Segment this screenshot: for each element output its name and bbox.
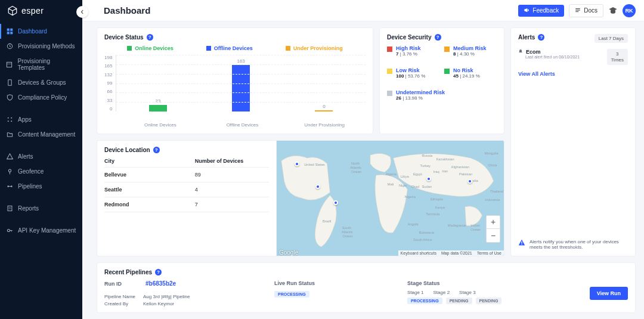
map[interactable]: United States NorthAtlanticOcean Brazil … xyxy=(276,140,504,256)
help-icon[interactable]: ? xyxy=(435,34,441,41)
map-provider-logo: Google xyxy=(279,249,298,256)
svg-text:Brazil: Brazil xyxy=(323,219,331,223)
recent-pipelines-title: Recent Pipelines xyxy=(104,269,152,275)
svg-rect-16 xyxy=(8,206,12,210)
device-status-title: Device Status xyxy=(104,34,144,41)
svg-text:Indian: Indian xyxy=(470,224,480,227)
legend-provisioning[interactable]: Under Provisioning xyxy=(286,45,343,51)
device-security-card: Device Security ? High Risk7 | 3.76 %Med… xyxy=(379,27,504,134)
svg-text:Madagascar: Madagascar xyxy=(448,224,467,227)
svg-rect-24 xyxy=(575,11,578,11)
feedback-button[interactable]: Feedback xyxy=(518,5,564,17)
svg-point-10 xyxy=(7,120,8,122)
sidebar-item-geofence[interactable]: Geofence xyxy=(0,164,82,179)
sidebar-item-reports[interactable]: Reports xyxy=(0,201,82,216)
legend-online[interactable]: Online Devices xyxy=(127,45,174,51)
svg-point-13 xyxy=(7,185,9,187)
svg-text:Angola: Angola xyxy=(407,222,419,226)
help-icon[interactable]: ? xyxy=(538,34,544,41)
view-all-alerts-link[interactable]: View All Alerts xyxy=(518,71,628,77)
logo-icon xyxy=(7,5,18,16)
risk-color-icon xyxy=(444,69,450,74)
sidebar-item-api-key-management[interactable]: API Key Management xyxy=(0,223,82,238)
svg-text:Mali: Mali xyxy=(388,182,394,186)
svg-rect-0 xyxy=(7,29,9,31)
legend-offline[interactable]: Offline Devices xyxy=(206,45,253,51)
device-status-card: Device Status ? Online Devices Offline D… xyxy=(97,27,373,134)
sidebar-collapse-button[interactable] xyxy=(76,6,88,18)
sidebar-item-compliance-policy[interactable]: Compliance Policy xyxy=(0,90,82,105)
brand-logo[interactable]: esper xyxy=(0,0,82,21)
page-title: Dashboard xyxy=(104,5,150,16)
svg-rect-1 xyxy=(10,29,13,31)
svg-text:Turkey: Turkey xyxy=(420,164,431,168)
view-run-button[interactable]: View Run xyxy=(590,287,628,300)
svg-text:Iraq: Iraq xyxy=(434,170,439,174)
sidebar-item-devices-groups[interactable]: Devices & Groups xyxy=(0,75,82,90)
svg-text:China: China xyxy=(488,163,497,167)
api-key-icon xyxy=(6,227,13,234)
map-zoom-controls: + − xyxy=(486,215,500,243)
devices-icon xyxy=(6,79,13,86)
help-icon[interactable]: ? xyxy=(147,34,153,41)
run-id-value[interactable]: #b6835b2e xyxy=(145,280,176,287)
svg-point-9 xyxy=(11,117,12,119)
zoom-out-button[interactable]: − xyxy=(487,229,500,242)
alert-item[interactable]: Ecom Last alert fired on 08/10/2021 3 Ti… xyxy=(518,49,628,65)
svg-text:Egypt: Egypt xyxy=(413,172,422,176)
svg-text:Russia: Russia xyxy=(422,154,432,157)
svg-rect-26 xyxy=(521,244,522,244)
help-icon[interactable]: ? xyxy=(153,147,160,153)
risk-undetermined-risk[interactable]: Undetermined Risk26 | 13.98 % xyxy=(387,89,497,101)
location-row[interactable]: Seattle4 xyxy=(104,182,269,197)
sidebar-item-pipelines[interactable]: Pipelines xyxy=(0,179,82,194)
risk-low-risk[interactable]: Low Risk100 | 53.76 % xyxy=(387,67,439,79)
alerts-period[interactable]: Last 7 Days xyxy=(595,34,628,43)
svg-text:Atlantic: Atlantic xyxy=(342,230,353,234)
info-icon xyxy=(518,239,525,247)
svg-point-11 xyxy=(11,120,12,122)
svg-text:Ocean: Ocean xyxy=(351,170,361,174)
svg-text:Botswana: Botswana xyxy=(419,231,435,234)
svg-text:Thailand: Thailand xyxy=(490,190,503,193)
alert-count: 3 Times xyxy=(607,49,628,65)
apps-icon xyxy=(6,116,13,123)
svg-text:Mongolia: Mongolia xyxy=(484,151,499,155)
alerts-footer-text: Alerts notify you when one of your devic… xyxy=(530,239,628,250)
sidebar-item-provisioning-methods[interactable]: Provisioning Methods xyxy=(0,39,82,54)
stage-tag: PENDING xyxy=(446,298,472,304)
risk-high-risk[interactable]: High Risk7 | 3.76 % xyxy=(387,45,439,57)
help-icon[interactable]: ? xyxy=(155,269,162,275)
map-attribution: Keyboard shortcuts Map data ©2021 Terms … xyxy=(398,250,504,256)
topbar: Dashboard Feedback Docs RK xyxy=(82,0,644,21)
location-row[interactable]: Bellevue89 xyxy=(104,168,269,182)
alerts-icon xyxy=(6,153,13,160)
sidebar-item-alerts[interactable]: Alerts xyxy=(0,149,82,164)
zoom-in-button[interactable]: + xyxy=(487,216,500,229)
recent-pipelines-card: Recent Pipelines ? Run ID #b6835b2e Pipe… xyxy=(97,262,636,313)
alerts-title: Alerts xyxy=(518,34,535,41)
risk-no-risk[interactable]: No Risk45 | 24.19 % xyxy=(444,67,497,79)
sidebar-item-dashboard[interactable]: Dashboard xyxy=(0,24,82,39)
chart-legend: Online Devices Offline Devices Under Pro… xyxy=(104,45,366,51)
provision-template-icon xyxy=(6,61,13,68)
learn-icon[interactable] xyxy=(608,6,618,16)
sidebar-item-apps[interactable]: Apps xyxy=(0,112,82,127)
risk-color-icon xyxy=(387,91,392,96)
svg-point-12 xyxy=(8,169,11,172)
user-avatar[interactable]: RK xyxy=(623,4,636,17)
risk-medium-risk[interactable]: Medium Risk8 | 4.30 % xyxy=(444,45,497,57)
svg-text:Atlantic: Atlantic xyxy=(350,166,361,169)
sidebar-item-provisioning-templates[interactable]: Provisioning Templates xyxy=(0,54,82,75)
dashboard-icon xyxy=(6,28,13,35)
location-table-header: City Number of Devices xyxy=(104,158,269,168)
alerts-card: Alerts ? Last 7 Days Ecom Last alert fir… xyxy=(510,27,636,256)
sidebar-item-content-management[interactable]: Content Management xyxy=(0,127,82,142)
location-row[interactable]: Redmond7 xyxy=(104,197,269,212)
svg-text:Libya: Libya xyxy=(401,175,410,178)
svg-text:Ocean: Ocean xyxy=(343,234,353,238)
svg-text:Niger: Niger xyxy=(399,184,407,187)
docs-button[interactable]: Docs xyxy=(569,4,603,17)
alert-subtitle: Last alert fired on 08/10/2021 xyxy=(525,55,580,59)
svg-text:Sudan: Sudan xyxy=(422,185,432,188)
